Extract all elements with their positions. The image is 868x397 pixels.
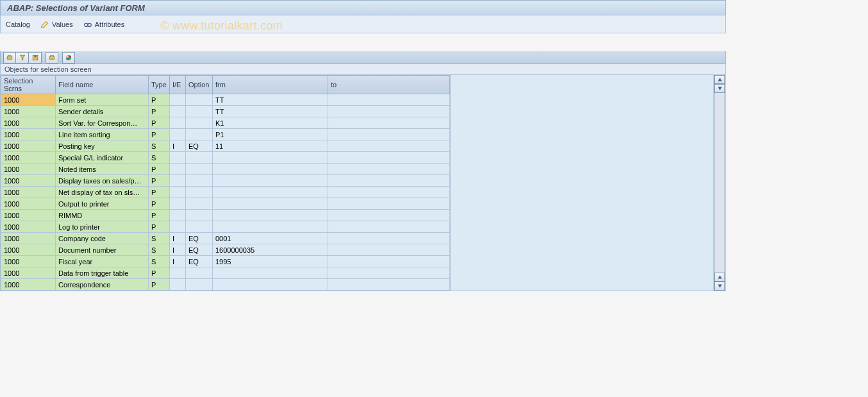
save-button[interactable] xyxy=(29,52,42,63)
cell-type[interactable]: P xyxy=(149,175,170,187)
cell-to[interactable] xyxy=(328,129,450,140)
col-type[interactable]: Type xyxy=(149,76,170,94)
cell-scr[interactable]: 1000 xyxy=(1,117,56,129)
cell-type[interactable]: P xyxy=(149,267,170,279)
scroll-track[interactable] xyxy=(714,93,725,273)
cell-ie[interactable] xyxy=(170,94,186,106)
cell-field-name[interactable]: Log to printer xyxy=(56,221,149,233)
cell-to[interactable] xyxy=(328,152,450,164)
cell-type[interactable]: S xyxy=(149,140,170,152)
cell-scr[interactable]: 1000 xyxy=(1,244,56,256)
cell-ie[interactable] xyxy=(170,221,186,233)
values-button[interactable]: Values xyxy=(40,20,73,29)
table-row[interactable]: 1000Document numberSIEQ1600000035 xyxy=(1,244,450,256)
col-to[interactable]: to xyxy=(328,76,450,94)
cell-type[interactable]: P xyxy=(149,129,170,140)
col-from[interactable]: frm xyxy=(213,76,328,94)
cell-field-name[interactable]: Document number xyxy=(56,244,149,256)
cell-to[interactable] xyxy=(328,198,450,210)
cell-ie[interactable] xyxy=(170,210,186,221)
table-row[interactable]: 1000Data from trigger tableP xyxy=(1,267,450,279)
cell-option[interactable]: EQ xyxy=(186,140,213,152)
cell-from[interactable]: 11 xyxy=(213,140,328,152)
cell-from[interactable]: 0001 xyxy=(213,233,328,244)
cell-type[interactable]: P xyxy=(149,198,170,210)
table-row[interactable]: 1000Sender detailsPTT xyxy=(1,106,450,117)
cell-option[interactable] xyxy=(186,152,213,164)
cell-type[interactable]: P xyxy=(149,279,170,291)
cell-field-name[interactable]: Line item sorting xyxy=(56,129,149,140)
cell-to[interactable] xyxy=(328,256,450,267)
cell-option[interactable] xyxy=(186,106,213,117)
table-row[interactable]: 1000Net display of tax on sls…P xyxy=(1,187,450,198)
cell-option[interactable]: EQ xyxy=(186,244,213,256)
cell-to[interactable] xyxy=(328,244,450,256)
cell-from[interactable] xyxy=(213,267,328,279)
cell-from[interactable]: TT xyxy=(213,94,328,106)
cell-field-name[interactable]: RIMMD xyxy=(56,210,149,221)
table-row[interactable]: 1000Line item sortingPP1 xyxy=(1,129,450,140)
cell-from[interactable]: K1 xyxy=(213,117,328,129)
cell-from[interactable] xyxy=(213,175,328,187)
cell-option[interactable] xyxy=(186,221,213,233)
cell-option[interactable]: EQ xyxy=(186,256,213,267)
cell-scr[interactable]: 1000 xyxy=(1,267,56,279)
color-button[interactable] xyxy=(62,52,75,63)
cell-to[interactable] xyxy=(328,233,450,244)
cell-type[interactable]: S xyxy=(149,152,170,164)
cell-to[interactable] xyxy=(328,140,450,152)
cell-option[interactable] xyxy=(186,117,213,129)
cell-option[interactable] xyxy=(186,210,213,221)
cell-option[interactable] xyxy=(186,198,213,210)
cell-to[interactable] xyxy=(328,117,450,129)
cell-field-name[interactable]: Output to printer xyxy=(56,198,149,210)
cell-type[interactable]: P xyxy=(149,221,170,233)
cell-field-name[interactable]: Posting key xyxy=(56,140,149,152)
cell-type[interactable]: P xyxy=(149,106,170,117)
cell-scr[interactable]: 1000 xyxy=(1,233,56,244)
cell-from[interactable] xyxy=(213,164,328,175)
scroll-down-button[interactable] xyxy=(714,84,725,93)
cell-from[interactable]: 1995 xyxy=(213,256,328,267)
cell-option[interactable] xyxy=(186,175,213,187)
table-row[interactable]: 1000RIMMDP xyxy=(1,210,450,221)
select-button[interactable] xyxy=(16,52,29,63)
cell-from[interactable]: 1600000035 xyxy=(213,244,328,256)
cell-ie[interactable] xyxy=(170,164,186,175)
cell-type[interactable]: P xyxy=(149,94,170,106)
print-button[interactable] xyxy=(3,52,16,63)
cell-from[interactable] xyxy=(213,279,328,291)
cell-from[interactable] xyxy=(213,210,328,221)
table-row[interactable]: 1000Sort Var. for Correspon…PK1 xyxy=(1,117,450,129)
cell-to[interactable] xyxy=(328,164,450,175)
table-row[interactable]: 1000Posting keySIEQ11 xyxy=(1,140,450,152)
cell-type[interactable]: P xyxy=(149,187,170,198)
cell-from[interactable] xyxy=(213,152,328,164)
cell-ie[interactable]: I xyxy=(170,244,186,256)
cell-field-name[interactable]: Display taxes on sales/p… xyxy=(56,175,149,187)
cell-field-name[interactable]: Sender details xyxy=(56,106,149,117)
table-row[interactable]: 1000Company codeSIEQ0001 xyxy=(1,233,450,244)
table-row[interactable]: 1000Log to printerP xyxy=(1,221,450,233)
cell-to[interactable] xyxy=(328,175,450,187)
cell-ie[interactable]: I xyxy=(170,256,186,267)
cell-scr[interactable]: 1000 xyxy=(1,164,56,175)
cell-field-name[interactable]: Sort Var. for Correspon… xyxy=(56,117,149,129)
cell-type[interactable]: P xyxy=(149,210,170,221)
cell-field-name[interactable]: Fiscal year xyxy=(56,256,149,267)
cell-ie[interactable]: I xyxy=(170,140,186,152)
cell-ie[interactable] xyxy=(170,279,186,291)
cell-scr[interactable]: 1000 xyxy=(1,210,56,221)
cell-scr[interactable]: 1000 xyxy=(1,129,56,140)
cell-ie[interactable] xyxy=(170,198,186,210)
cell-scr[interactable]: 1000 xyxy=(1,175,56,187)
cell-scr[interactable]: 1000 xyxy=(1,94,56,106)
cell-scr[interactable]: 1000 xyxy=(1,221,56,233)
cell-to[interactable] xyxy=(328,106,450,117)
col-option[interactable]: Option xyxy=(186,76,213,94)
cell-scr[interactable]: 1000 xyxy=(1,152,56,164)
cell-field-name[interactable]: Net display of tax on sls… xyxy=(56,187,149,198)
cell-from[interactable] xyxy=(213,198,328,210)
cell-ie[interactable]: I xyxy=(170,233,186,244)
cell-field-name[interactable]: Noted items xyxy=(56,164,149,175)
